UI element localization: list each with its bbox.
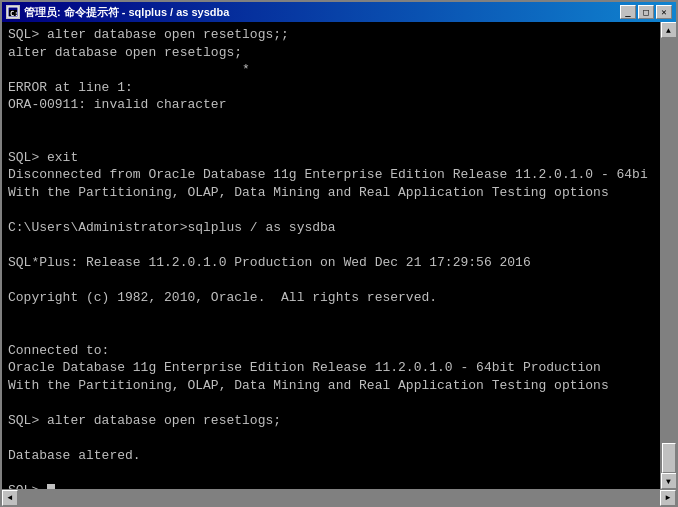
vertical-scrollbar: ▲ ▼	[660, 22, 676, 489]
title-bar-buttons: _ □ ✕	[620, 5, 672, 19]
terminal-content: SQL> alter database open resetlogs;; alt…	[8, 26, 654, 489]
close-button[interactable]: ✕	[656, 5, 672, 19]
scroll-up-button[interactable]: ▲	[661, 22, 677, 38]
minimize-button[interactable]: _	[620, 5, 636, 19]
window-icon: C:\	[6, 5, 20, 19]
scroll-track-v[interactable]	[661, 38, 676, 473]
svg-text:C:\: C:\	[10, 10, 19, 18]
horizontal-scrollbar: ◄ ►	[2, 489, 676, 505]
maximize-button[interactable]: □	[638, 5, 654, 19]
scroll-track-h[interactable]	[18, 490, 660, 505]
bottom-area: ◄ ►	[2, 489, 676, 505]
scroll-down-button[interactable]: ▼	[661, 473, 677, 489]
title-bar-text: 管理员: 命令提示符 - sqlplus / as sysdba	[24, 5, 229, 20]
main-area: SQL> alter database open resetlogs;; alt…	[2, 22, 676, 489]
title-bar: C:\ 管理员: 命令提示符 - sqlplus / as sysdba _ □…	[2, 2, 676, 22]
title-bar-left: C:\ 管理员: 命令提示符 - sqlplus / as sysdba	[6, 5, 229, 20]
scroll-right-button[interactable]: ►	[660, 490, 676, 506]
terminal[interactable]: SQL> alter database open resetlogs;; alt…	[2, 22, 660, 489]
scroll-left-button[interactable]: ◄	[2, 490, 18, 506]
main-window: C:\ 管理员: 命令提示符 - sqlplus / as sysdba _ □…	[0, 0, 678, 507]
scroll-thumb-v[interactable]	[662, 443, 676, 473]
